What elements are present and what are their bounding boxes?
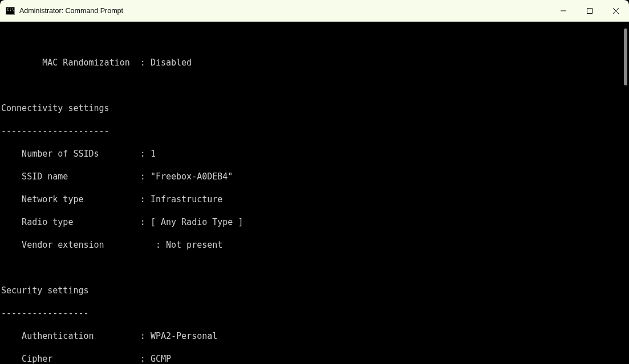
cmd-icon (6, 7, 15, 15)
output-line: MAC Randomization : Disabled (1, 57, 629, 68)
window-controls (550, 0, 629, 22)
title-bar[interactable]: Administrator: Command Prompt (0, 0, 629, 22)
output-line: Network type : Infrastructure (1, 194, 629, 205)
scrollbar-thumb[interactable] (624, 28, 627, 85)
output-line: Connectivity settings (1, 103, 629, 114)
output-line (1, 262, 629, 273)
svg-rect-1 (587, 9, 593, 14)
scrollbar[interactable] (620, 22, 629, 364)
close-button[interactable] (603, 0, 629, 22)
output-line: Cipher : GCMP (1, 353, 629, 364)
output-line: SSID name : "Freebox-A0DEB4" (1, 171, 629, 182)
output-line: Security settings (1, 285, 629, 296)
minimize-icon (561, 8, 566, 14)
minimize-button[interactable] (550, 0, 577, 22)
output-line: ----------------- (1, 308, 629, 319)
output-line (1, 80, 629, 91)
terminal-content: MAC Randomization : Disabled Connectivit… (0, 46, 629, 364)
output-line: Radio type : [ Any Radio Type ] (1, 216, 629, 228)
close-icon (613, 8, 619, 14)
output-line: Number of SSIDs : 1 (1, 148, 629, 159)
window-title: Administrator: Command Prompt (19, 7, 123, 15)
output-line: Authentication : WPA2-Personal (1, 330, 629, 342)
output-line: --------------------- (1, 125, 629, 137)
maximize-icon (587, 8, 593, 14)
output-line: Vendor extension : Not present (1, 239, 629, 251)
terminal-output[interactable]: MAC Randomization : Disabled Connectivit… (0, 22, 629, 364)
maximize-button[interactable] (577, 0, 603, 22)
